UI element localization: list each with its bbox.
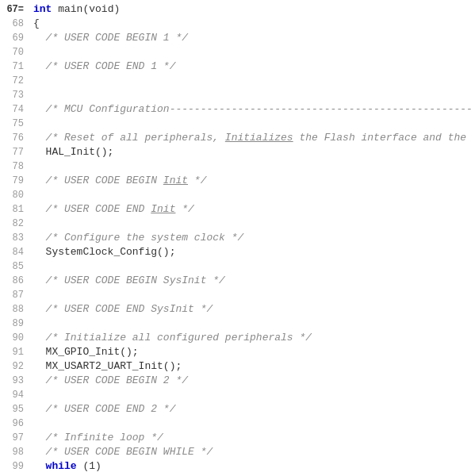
line-number: 75 (0, 118, 30, 129)
line-content: /* USER CODE BEGIN SysInit */ (30, 274, 471, 286)
token: /* Initialize all configured peripherals… (33, 332, 312, 344)
code-line: 96 (0, 417, 471, 432)
code-line: 74 /* MCU Configuration-----------------… (0, 103, 471, 117)
code-line: 87 (0, 289, 471, 303)
line-content (30, 75, 471, 86)
line-content: /* MCU Configuration--------------------… (30, 103, 471, 115)
code-line: 84 SystemClock_Config(); (0, 246, 471, 260)
token: (1) (77, 460, 101, 472)
line-content: { (30, 17, 471, 29)
line-number: 99 (0, 461, 30, 472)
code-line: 78 (0, 160, 471, 175)
line-content: /* USER CODE BEGIN 1 */ (30, 32, 471, 44)
line-number: 70 (0, 47, 30, 58)
line-number: 80 (0, 190, 30, 201)
line-number: 74 (0, 104, 30, 115)
code-line: 85 (0, 260, 471, 274)
token: /* USER CODE END SysInit */ (33, 303, 213, 315)
line-content (30, 160, 471, 172)
line-number: 84 (0, 247, 30, 258)
token: Init (163, 175, 188, 186)
line-number: 96 (0, 418, 30, 429)
token (33, 460, 46, 472)
line-number: 97 (0, 432, 30, 443)
token: */ (188, 175, 206, 186)
line-number: 69 (0, 33, 30, 44)
line-content (30, 217, 471, 229)
code-view: 67=int main(void)68{69 /* USER CODE BEGI… (0, 0, 471, 476)
code-line: 70 (0, 46, 471, 60)
line-number: 94 (0, 390, 30, 401)
line-number: 76 (0, 132, 30, 144)
code-line: 99 while (1) (0, 460, 471, 474)
line-number: 81 (0, 204, 30, 215)
line-content: /* Reset of all peripherals, Initializes… (30, 132, 471, 144)
line-content: /* USER CODE END SysInit */ (30, 303, 471, 315)
code-line: 88 /* USER CODE END SysInit */ (0, 303, 471, 317)
line-content: /* USER CODE END 2 */ (30, 403, 471, 415)
token: while (46, 460, 77, 472)
line-number: 73 (0, 90, 30, 101)
line-content (30, 260, 471, 272)
token: /* Infinite loop */ (33, 432, 163, 443)
line-number: 83 (0, 232, 30, 244)
code-line: 68{ (0, 17, 471, 32)
line-content (30, 89, 471, 101)
line-number: 87 (0, 290, 30, 301)
line-content (30, 117, 471, 129)
line-content: /* USER CODE END 1 */ (30, 60, 471, 72)
line-content: SystemClock_Config(); (30, 246, 471, 258)
line-number: 72 (0, 75, 30, 86)
token: Init (151, 203, 175, 215)
line-content: HAL_Init(); (30, 146, 471, 158)
line-content: int main(void) (30, 3, 471, 15)
code-line: 76 /* Reset of all peripherals, Initiali… (0, 132, 471, 146)
code-line: 91 MX_GPIO_Init(); (0, 346, 471, 360)
token: and the (417, 132, 471, 144)
line-content: while (1) (30, 460, 471, 472)
token: /* Reset of all peripherals, (33, 132, 225, 144)
token: /* USER CODE END 2 */ (33, 403, 175, 415)
token: /* USER CODE END (33, 203, 151, 215)
token: /* USER CODE BEGIN WHILE */ (33, 446, 213, 458)
code-line: 73 (0, 89, 471, 103)
code-line: 82 (0, 217, 471, 232)
line-number: 93 (0, 375, 30, 386)
line-content: /* Infinite loop */ (30, 432, 471, 443)
token: interface (362, 132, 417, 144)
token: the Flash (293, 132, 362, 144)
line-content: /* Configure the system clock */ (30, 232, 471, 244)
code-line: 90 /* Initialize all configured peripher… (0, 332, 471, 346)
line-number: 86 (0, 275, 30, 286)
line-content: /* USER CODE BEGIN WHILE */ (30, 446, 471, 458)
line-content: /* USER CODE END Init */ (30, 203, 471, 215)
line-content (30, 389, 471, 401)
token: /* USER CODE BEGIN SysInit */ (33, 274, 225, 286)
line-number: 90 (0, 332, 30, 344)
token: /* USER CODE BEGIN (33, 175, 163, 186)
token: MX_USART2_UART_Init(); (33, 360, 182, 372)
line-number: 67= (0, 4, 30, 15)
line-number: 78 (0, 161, 30, 172)
line-content: /* Initialize all configured peripherals… (30, 332, 471, 344)
code-line: 75 (0, 117, 471, 132)
code-line: 98 /* USER CODE BEGIN WHILE */ (0, 446, 471, 460)
token: int (33, 3, 58, 15)
token: { (33, 17, 40, 29)
code-line: 89 (0, 317, 471, 332)
code-line: 97 /* Infinite loop */ (0, 432, 471, 446)
token: SystemClock_Config(); (33, 246, 175, 258)
line-content: /* USER CODE BEGIN Init */ (30, 175, 471, 186)
line-content (30, 46, 471, 58)
code-line: 67=int main(void) (0, 3, 471, 17)
code-line: 79 /* USER CODE BEGIN Init */ (0, 175, 471, 189)
code-line: 69 /* USER CODE BEGIN 1 */ (0, 32, 471, 46)
line-content: MX_GPIO_Init(); (30, 346, 471, 358)
line-content (30, 189, 471, 201)
token: /* USER CODE BEGIN 1 */ (33, 32, 188, 44)
token: /* MCU Configuration--------------------… (33, 103, 471, 115)
line-content (30, 289, 471, 301)
line-number: 91 (0, 347, 30, 358)
line-number: 68 (0, 18, 30, 29)
code-line: 94 (0, 389, 471, 403)
